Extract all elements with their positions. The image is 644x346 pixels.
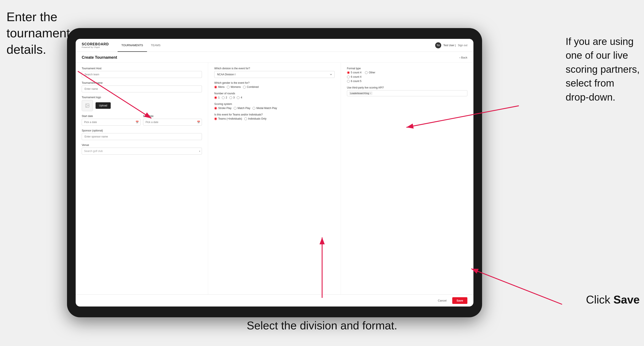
tournament-name-input[interactable] bbox=[82, 85, 202, 92]
save-button[interactable]: Save bbox=[452, 297, 468, 304]
event-for-group: Is this event for Teams and/or Individua… bbox=[214, 113, 334, 120]
form-col-3: Format type 5 count 4 Other bbox=[341, 63, 474, 294]
tournament-host-label: Tournament Host bbox=[82, 67, 202, 70]
logo-upload-area: Upload bbox=[82, 100, 202, 111]
upload-button[interactable]: Upload bbox=[96, 102, 111, 109]
scoring-stroke[interactable]: Stroke Play bbox=[214, 107, 231, 110]
start-date-wrapper: 📅 bbox=[82, 119, 140, 126]
scoring-match[interactable]: Match Play bbox=[234, 107, 250, 110]
rounds-1[interactable]: 1 bbox=[214, 96, 220, 99]
user-info: TU Test User | Sign out bbox=[435, 42, 468, 48]
format-type-label: Format type bbox=[347, 67, 468, 70]
gender-combined[interactable]: Combined bbox=[243, 85, 259, 88]
live-scoring-tag-input[interactable]: Leaderboard King × bbox=[347, 90, 468, 96]
brand-title: SCOREBOARD bbox=[82, 42, 109, 46]
end-date-group: End date 📅 bbox=[143, 115, 202, 126]
scoring-radio-group: Stroke Play Match Play Medal Match Play bbox=[214, 107, 334, 110]
user-name: Test User | bbox=[444, 44, 456, 47]
tag-remove-button[interactable]: × bbox=[370, 92, 371, 95]
date-group: Start date 📅 End date 📅 bbox=[82, 115, 202, 126]
calendar-icon-end: 📅 bbox=[197, 121, 200, 124]
tournament-name-group: Tournament name bbox=[82, 81, 202, 92]
avatar: TU bbox=[435, 42, 441, 48]
rounds-3[interactable]: 3 bbox=[229, 96, 235, 99]
tablet-shell: SCOREBOARD Powered by Clippit TOURNAMENT… bbox=[67, 28, 482, 317]
event-for-radio-group: Teams (+Individuals) Individuals Only bbox=[214, 117, 334, 120]
annotation-live-scoring: If you are usingone of our livescoring p… bbox=[566, 34, 640, 104]
calendar-icon: 📅 bbox=[136, 121, 139, 124]
gender-womens[interactable]: Womens bbox=[227, 85, 241, 88]
venue-select[interactable]: Search golf club bbox=[82, 148, 202, 155]
gender-label: Which gender is the event for? bbox=[214, 81, 334, 84]
scoring-label: Scoring system bbox=[214, 103, 334, 106]
nav-links: TOURNAMENTS TEAMS bbox=[118, 39, 435, 52]
tournament-logo-label: Tournament logo bbox=[82, 96, 202, 99]
tournament-host-input[interactable] bbox=[82, 71, 202, 78]
nav-item-teams[interactable]: TEAMS bbox=[147, 39, 164, 52]
nav-item-tournaments[interactable]: TOURNAMENTS bbox=[118, 39, 147, 52]
sponsor-label: Sponsor (optional) bbox=[82, 129, 202, 132]
venue-label: Venue bbox=[82, 144, 202, 147]
start-date-label: Start date bbox=[82, 115, 140, 118]
form-col-1: Tournament Host Tournament name Tourname… bbox=[76, 63, 208, 294]
end-date-wrapper: 📅 bbox=[143, 119, 202, 126]
annotation-division-format: Select the division and format. bbox=[247, 318, 397, 333]
sponsor-group: Sponsor (optional) bbox=[82, 129, 202, 140]
event-individuals[interactable]: Individuals Only bbox=[244, 117, 266, 120]
start-date-group: Start date 📅 bbox=[82, 115, 140, 126]
format-other[interactable]: Other bbox=[365, 71, 375, 74]
gender-radio-group: Mens Womens Combined bbox=[214, 85, 334, 88]
live-scoring-label: Use third-party live scoring API? bbox=[347, 86, 468, 89]
start-date-input[interactable] bbox=[82, 119, 140, 126]
page-footer: Cancel Save bbox=[76, 294, 474, 307]
rounds-group: Number of rounds 1 2 bbox=[214, 92, 334, 99]
tournament-name-label: Tournament name bbox=[82, 81, 202, 84]
scoring-medal-match[interactable]: Medal Match Play bbox=[252, 107, 277, 110]
division-group: Which division is the event for? NCAA Di… bbox=[214, 67, 334, 78]
tournament-host-group: Tournament Host bbox=[82, 67, 202, 78]
page-content: Create Tournament ‹ Back Tournament Host… bbox=[76, 52, 474, 307]
page-header: Create Tournament ‹ Back bbox=[76, 52, 474, 63]
gender-group: Which gender is the event for? Mens Wome… bbox=[214, 81, 334, 88]
division-label: Which division is the event for? bbox=[214, 67, 334, 70]
rounds-4[interactable]: 4 bbox=[237, 96, 242, 99]
format-type-grid: 5 count 4 Other 6 count 4 bbox=[347, 71, 468, 83]
event-teams[interactable]: Teams (+Individuals) bbox=[214, 117, 242, 120]
svg-point-1 bbox=[86, 104, 87, 105]
back-button[interactable]: ‹ Back bbox=[460, 56, 468, 59]
cancel-button[interactable]: Cancel bbox=[434, 297, 450, 304]
venue-select-wrapper: Search golf club ▾ bbox=[82, 148, 202, 155]
division-select[interactable]: NCAA Division I bbox=[214, 71, 334, 78]
end-date-label: End date bbox=[143, 115, 202, 118]
gender-mens[interactable]: Mens bbox=[214, 85, 224, 88]
rounds-label: Number of rounds bbox=[214, 92, 334, 95]
format-row-3: 6 count 5 bbox=[347, 80, 468, 83]
page-title: Create Tournament bbox=[82, 55, 117, 60]
end-date-input[interactable] bbox=[143, 119, 202, 126]
format-6count5[interactable]: 6 count 5 bbox=[347, 80, 362, 83]
format-row-1: 5 count 4 Other bbox=[347, 71, 468, 74]
form-col-2: Which division is the event for? NCAA Di… bbox=[208, 63, 341, 294]
live-scoring-group: Use third-party live scoring API? Leader… bbox=[347, 86, 468, 96]
scoring-group: Scoring system Stroke Play Match Play bbox=[214, 103, 334, 110]
annotation-enter-details: Enter thetournamentdetails. bbox=[6, 9, 70, 57]
navbar: SCOREBOARD Powered by Clippit TOURNAMENT… bbox=[76, 39, 474, 52]
tournament-logo-group: Tournament logo Upload bbox=[82, 96, 202, 111]
event-for-label: Is this event for Teams and/or Individua… bbox=[214, 113, 334, 116]
logo-placeholder bbox=[82, 100, 93, 111]
format-row-2: 6 count 4 bbox=[347, 75, 468, 78]
brand-subtitle: Powered by Clippit bbox=[82, 46, 109, 48]
live-scoring-tag: Leaderboard King × bbox=[349, 92, 372, 95]
annotation-click-save: Click Save bbox=[586, 293, 640, 307]
sponsor-input[interactable] bbox=[82, 133, 202, 140]
venue-group: Venue Search golf club ▾ bbox=[82, 144, 202, 155]
format-5count4[interactable]: 5 count 4 bbox=[347, 71, 362, 74]
format-type-group: Format type 5 count 4 Other bbox=[347, 67, 468, 83]
sign-out-link[interactable]: Sign out bbox=[458, 44, 468, 47]
form-area: Tournament Host Tournament name Tourname… bbox=[76, 63, 474, 294]
brand: SCOREBOARD Powered by Clippit bbox=[82, 42, 109, 48]
rounds-radio-group: 1 2 3 4 bbox=[214, 96, 334, 99]
rounds-2[interactable]: 2 bbox=[222, 96, 227, 99]
format-6count4[interactable]: 6 count 4 bbox=[347, 75, 362, 78]
tablet-screen: SCOREBOARD Powered by Clippit TOURNAMENT… bbox=[76, 39, 474, 307]
